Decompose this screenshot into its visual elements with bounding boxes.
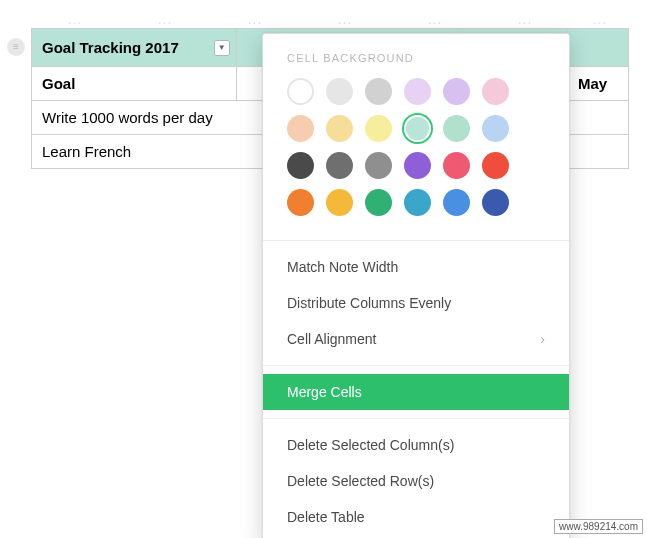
swatch-row-1 bbox=[283, 78, 549, 105]
color-swatch[interactable] bbox=[365, 189, 392, 216]
color-swatch[interactable] bbox=[287, 115, 314, 142]
color-swatch[interactable] bbox=[326, 78, 353, 105]
chevron-right-icon: › bbox=[540, 331, 545, 347]
color-swatch[interactable] bbox=[326, 115, 353, 142]
color-swatch[interactable] bbox=[482, 115, 509, 142]
menu-delete-rows[interactable]: Delete Selected Row(s) bbox=[263, 463, 569, 499]
menu-divider bbox=[263, 365, 569, 366]
menu-divider bbox=[263, 240, 569, 241]
table-cell[interactable] bbox=[568, 29, 629, 67]
menu-merge-cells[interactable]: Merge Cells bbox=[263, 374, 569, 410]
menu-label: Distribute Columns Evenly bbox=[287, 295, 451, 311]
color-swatch[interactable] bbox=[404, 78, 431, 105]
color-swatch[interactable] bbox=[287, 152, 314, 179]
color-swatch[interactable] bbox=[482, 152, 509, 179]
color-swatch[interactable] bbox=[326, 189, 353, 216]
menu-delete-table[interactable]: Delete Table bbox=[263, 499, 569, 535]
color-swatch[interactable] bbox=[482, 78, 509, 105]
menu-cell-alignment[interactable]: Cell Alignment › bbox=[263, 321, 569, 357]
table-cell[interactable] bbox=[568, 135, 629, 169]
menu-match-note-width[interactable]: Match Note Width bbox=[263, 249, 569, 285]
menu-label: Merge Cells bbox=[287, 384, 362, 400]
swatch-row-2 bbox=[283, 115, 549, 142]
cell-menu-button[interactable]: ▼ bbox=[214, 40, 230, 56]
menu-label: Cell Alignment bbox=[287, 331, 377, 347]
color-swatch-grid bbox=[263, 78, 569, 232]
watermark: www.989214.com bbox=[554, 519, 643, 534]
color-swatch[interactable] bbox=[365, 152, 392, 179]
color-swatch[interactable] bbox=[326, 152, 353, 179]
color-swatch[interactable] bbox=[404, 189, 431, 216]
color-swatch[interactable] bbox=[287, 78, 314, 105]
menu-label: Match Note Width bbox=[287, 259, 398, 275]
cell-context-menu: CELL BACKGROUND Match Note Width Distrib… bbox=[262, 33, 570, 538]
color-swatch[interactable] bbox=[443, 78, 470, 105]
menu-label: Delete Selected Row(s) bbox=[287, 473, 434, 489]
swatch-row-3 bbox=[283, 152, 549, 179]
table-title-cell[interactable]: Goal Tracking 2017 ▼ bbox=[32, 29, 237, 67]
color-swatch[interactable] bbox=[287, 189, 314, 216]
color-swatch[interactable] bbox=[482, 189, 509, 216]
column-header-goal[interactable]: Goal bbox=[32, 67, 237, 101]
color-swatch[interactable] bbox=[365, 115, 392, 142]
menu-delete-columns[interactable]: Delete Selected Column(s) bbox=[263, 427, 569, 463]
color-swatch[interactable] bbox=[404, 115, 431, 142]
table-cell[interactable] bbox=[568, 101, 629, 135]
cell-background-label: CELL BACKGROUND bbox=[263, 52, 569, 78]
swatch-row-4 bbox=[283, 189, 549, 216]
color-swatch[interactable] bbox=[404, 152, 431, 179]
color-swatch[interactable] bbox=[443, 152, 470, 179]
row-handle-icon[interactable]: ≡ bbox=[7, 38, 25, 56]
menu-label: Delete Selected Column(s) bbox=[287, 437, 454, 453]
menu-divider bbox=[263, 418, 569, 419]
color-swatch[interactable] bbox=[443, 189, 470, 216]
menu-label: Delete Table bbox=[287, 509, 365, 525]
column-header-may[interactable]: May bbox=[568, 67, 629, 101]
menu-distribute-columns[interactable]: Distribute Columns Evenly bbox=[263, 285, 569, 321]
color-swatch[interactable] bbox=[443, 115, 470, 142]
table-title: Goal Tracking 2017 bbox=[42, 39, 179, 56]
color-swatch[interactable] bbox=[365, 78, 392, 105]
chevron-down-icon: ▼ bbox=[218, 43, 226, 52]
